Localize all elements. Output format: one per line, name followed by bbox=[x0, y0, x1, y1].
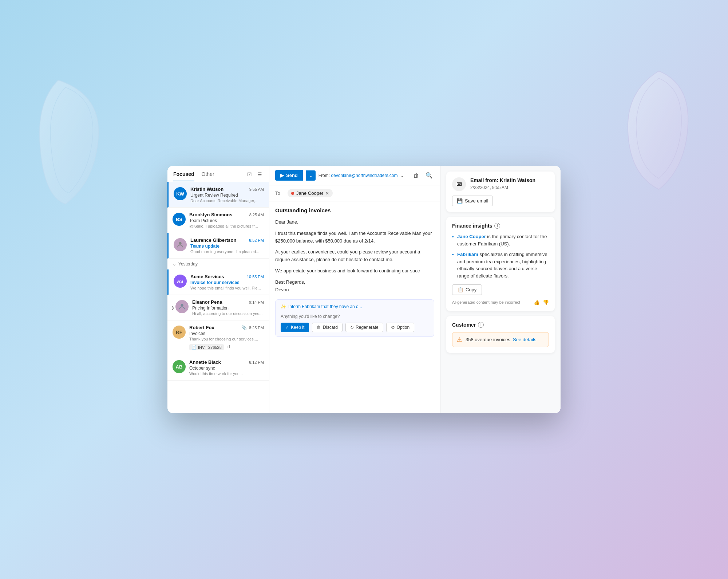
avatar: AS bbox=[174, 275, 187, 288]
keep-it-button[interactable]: ✓ Keep it bbox=[281, 323, 309, 332]
section-divider[interactable]: ⌄ Yesterday bbox=[167, 259, 269, 269]
options-icon: ⚙ bbox=[391, 325, 395, 330]
chevron-down-icon: ⌄ bbox=[173, 261, 176, 267]
ai-disclaimer: AI-generated content may be incorrect 👍 … bbox=[452, 299, 549, 305]
checkmark-icon: ✓ bbox=[285, 325, 289, 330]
email-time: 6:52 PM bbox=[249, 238, 264, 243]
warning-icon: ⚠ bbox=[457, 336, 462, 343]
refresh-icon: ↻ bbox=[350, 325, 354, 330]
avatar: BS bbox=[173, 213, 186, 226]
email-subject: October sync bbox=[189, 366, 264, 371]
email-compose-pane: ▶ Send ⌄ From: devonlane@northwindtrader… bbox=[269, 166, 440, 413]
fabrikam-link[interactable]: Fabrikam bbox=[457, 252, 478, 257]
avatar: KW bbox=[174, 187, 187, 200]
from-label: From: bbox=[318, 173, 330, 178]
email-sender: Eleanor Pena bbox=[192, 299, 222, 305]
save-email-button[interactable]: 💾 Save email bbox=[452, 196, 493, 206]
email-sender: Laurence Gilbertson bbox=[190, 237, 236, 243]
email-preview: We hope this email finds you well. Ple..… bbox=[190, 286, 264, 290]
list-item[interactable]: KW Kristin Watson 9:55 AM Urgent Review … bbox=[167, 182, 269, 208]
tab-focused[interactable]: Focused bbox=[173, 171, 194, 181]
email-preview: Hi all, according to our discussion yes.… bbox=[192, 311, 264, 316]
customer-info-icon[interactable]: i bbox=[478, 322, 484, 328]
email-time: 8:25 AM bbox=[249, 213, 264, 217]
list-item[interactable]: AS Acme Services 10:55 PM Invoice for ou… bbox=[167, 269, 269, 295]
email-body: Outstanding invoices Dear Jane, I trust … bbox=[269, 201, 440, 413]
from-field: From: devonlane@northwindtraders.com ⌄ bbox=[318, 173, 408, 178]
discard-button[interactable]: 🗑 Discard bbox=[312, 323, 343, 332]
insights-title: Finance insights i bbox=[452, 223, 549, 229]
jane-cooper-link[interactable]: Jane Cooper bbox=[457, 234, 486, 239]
ai-suggestion-text: ✨ Inform Fabrikam that they have an o... bbox=[281, 304, 429, 309]
avatar bbox=[175, 300, 189, 313]
email-time: 9:55 AM bbox=[249, 187, 264, 192]
tab-other[interactable]: Other bbox=[202, 171, 214, 181]
email-subject: Team Pictures bbox=[189, 218, 264, 223]
avatar: RF bbox=[173, 326, 186, 339]
email-time: 10:55 PM bbox=[247, 275, 264, 279]
recipient-name: Jane Cooper bbox=[296, 190, 323, 196]
svg-point-1 bbox=[181, 304, 183, 307]
send-icon: ▶ bbox=[280, 173, 284, 178]
list-item[interactable]: AB Annette Black 6:12 PM October sync Wo… bbox=[167, 355, 269, 381]
app-window: Focused Other ☑ ☰ KW Kristin Watson 9:55… bbox=[167, 166, 561, 413]
svg-point-0 bbox=[179, 242, 181, 245]
filter-icon[interactable]: ☰ bbox=[256, 171, 263, 178]
from-dropdown-icon[interactable]: ⌄ bbox=[400, 173, 404, 178]
email-subject: Urgent Review Required bbox=[190, 193, 264, 198]
customer-card: Customer i ⚠ 358 overdue invoices. See d… bbox=[446, 316, 555, 353]
send-button[interactable]: ▶ Send bbox=[275, 170, 303, 181]
attachment-badge: 📄 INV - 276528 bbox=[189, 344, 224, 350]
thumbs-down-icon[interactable]: 👎 bbox=[543, 299, 549, 305]
options-button[interactable]: ⚙ Option bbox=[386, 323, 414, 332]
email-subject-line: Outstanding invoices bbox=[275, 207, 434, 213]
compose-toolbar: ▶ Send ⌄ From: devonlane@northwindtrader… bbox=[269, 166, 440, 185]
recipient-tag[interactable]: Jane Cooper ✕ bbox=[288, 189, 333, 197]
mail-icon: ✉ bbox=[452, 177, 466, 191]
list-item[interactable]: Laurence Gilbertson 6:52 PM Teams update… bbox=[167, 233, 269, 259]
delete-icon[interactable]: 🗑 bbox=[411, 170, 421, 181]
list-item[interactable]: RF Robert Fox 📎 8:25 PM Invoices Thank y… bbox=[167, 320, 269, 355]
email-preview: Dear Accounts Receivable Manager,... bbox=[190, 198, 264, 203]
email-sender: Acme Services bbox=[190, 274, 224, 279]
send-dropdown-button[interactable]: ⌄ bbox=[306, 170, 316, 181]
attachment-icon: 📎 bbox=[241, 325, 247, 330]
search-icon[interactable]: 🔍 bbox=[424, 170, 434, 181]
email-sender: Annette Black bbox=[189, 359, 221, 365]
ai-change-input[interactable] bbox=[281, 314, 429, 319]
insight-item-1: Jane Cooper is the primary contact for t… bbox=[452, 233, 549, 247]
recipient-remove-button[interactable]: ✕ bbox=[325, 191, 329, 196]
email-preview: Would this time work for you... bbox=[189, 371, 264, 376]
finance-insights-card: Finance insights i Jane Cooper is the pr… bbox=[446, 217, 555, 311]
email-time: 6:12 PM bbox=[249, 360, 264, 365]
thumbs-up-icon[interactable]: 👍 bbox=[534, 299, 540, 305]
avatar: AB bbox=[173, 360, 186, 373]
email-subject: Teams update bbox=[190, 244, 264, 249]
list-item[interactable]: ❯ Eleanor Pena 9:14 PM Pricing Informati… bbox=[167, 295, 269, 320]
list-item[interactable]: BS Brooklyn Simmons 8:25 AM Team Picture… bbox=[167, 208, 269, 233]
ai-suggestion-box: ✨ Inform Fabrikam that they have an o...… bbox=[275, 299, 434, 337]
copy-button[interactable]: 📋 Copy bbox=[452, 284, 482, 295]
sidebar-tabs: Focused Other ☑ ☰ bbox=[167, 166, 269, 182]
email-preview: Good morning everyone, I'm pleased... bbox=[190, 249, 264, 254]
sparkle-icon: ✨ bbox=[281, 304, 286, 309]
expand-icon[interactable]: ❯ bbox=[171, 305, 174, 310]
regenerate-button[interactable]: ↻ Regenerate bbox=[345, 323, 383, 332]
info-icon[interactable]: i bbox=[494, 223, 500, 229]
feedback-icons: 👍 👎 bbox=[534, 299, 549, 305]
email-meta-card: ✉ Email from: Kristin Watson 2/23/2024, … bbox=[446, 172, 555, 212]
email-from-title: Email from: Kristin Watson bbox=[470, 177, 535, 183]
email-subject: Invoice for our services bbox=[190, 280, 264, 285]
ai-actions: ✓ Keep it 🗑 Discard ↻ Regenerate ⚙ bbox=[281, 323, 429, 332]
email-subject: Invoices bbox=[189, 331, 264, 336]
email-sidebar: Focused Other ☑ ☰ KW Kristin Watson 9:55… bbox=[167, 166, 269, 413]
email-sender: Kristin Watson bbox=[190, 186, 223, 192]
see-details-link[interactable]: See details bbox=[513, 337, 536, 342]
email-sender: Brooklyn Simmons bbox=[189, 212, 232, 217]
email-list: KW Kristin Watson 9:55 AM Urgent Review … bbox=[167, 182, 269, 413]
filter-checkmark-icon[interactable]: ☑ bbox=[246, 171, 253, 178]
email-body-text: Dear Jane, I trust this message finds yo… bbox=[275, 218, 434, 294]
trash-icon: 🗑 bbox=[317, 325, 321, 330]
file-icon: 📄 bbox=[191, 345, 197, 350]
section-label: Yesterday bbox=[178, 261, 198, 267]
